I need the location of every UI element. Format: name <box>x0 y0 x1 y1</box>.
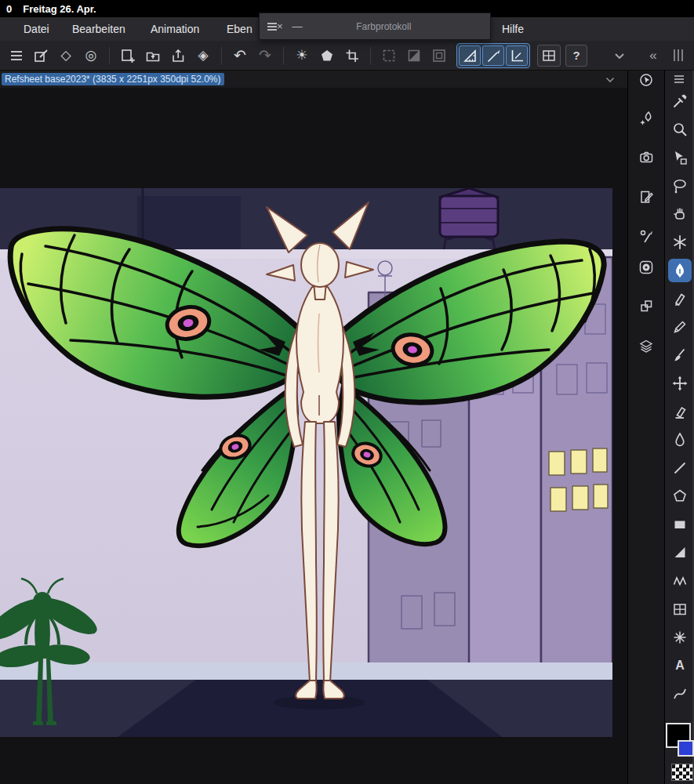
decoration-tool[interactable] <box>668 230 692 254</box>
pen-sparkle-icon <box>638 110 656 127</box>
grid-button[interactable] <box>537 45 561 67</box>
snap-spiral-button[interactable]: ◎ <box>81 45 101 66</box>
eraser-tool[interactable] <box>668 400 692 423</box>
camera-icon <box>638 149 656 166</box>
disc-icon <box>638 260 656 277</box>
ruler-pen-button[interactable] <box>482 45 504 66</box>
redo-button[interactable]: ↷ <box>255 45 275 66</box>
transform-button[interactable]: ◈ <box>193 45 213 66</box>
document-list-button[interactable] <box>604 74 616 89</box>
memo-pen-button[interactable] <box>638 189 656 206</box>
pencil-tool[interactable] <box>668 315 692 339</box>
disc-button[interactable] <box>638 260 656 277</box>
toolbar-separator <box>109 47 110 64</box>
text-tool-icon: A <box>671 657 689 674</box>
frame-tool[interactable] <box>668 597 692 621</box>
camera-button[interactable] <box>638 149 656 166</box>
water-drop-icon <box>671 431 689 448</box>
status-clock: 0 <box>6 3 12 15</box>
zigzag-icon <box>671 572 689 590</box>
tool-panel-menu-icon[interactable] <box>674 74 684 85</box>
selection-launcher-icon <box>638 72 656 89</box>
squiggle-tool[interactable] <box>668 569 692 593</box>
character-shadow <box>274 695 365 710</box>
crop-icon <box>344 48 360 64</box>
grid-icon <box>541 48 557 64</box>
line-tool[interactable] <box>668 456 692 480</box>
hand-tool[interactable] <box>668 202 692 226</box>
pen-circle-button[interactable] <box>638 228 656 245</box>
toolbar-menu-button[interactable] <box>5 45 26 66</box>
help-button[interactable]: ? <box>565 45 587 67</box>
rectangle-icon <box>671 516 689 533</box>
eyedropper-icon <box>671 93 689 110</box>
edit-button[interactable] <box>31 45 51 66</box>
pencil-icon <box>671 318 689 336</box>
rectangle-tool[interactable] <box>668 513 692 536</box>
marker-tool[interactable] <box>668 287 692 310</box>
sub-color-swatch[interactable] <box>678 740 694 757</box>
filter-button[interactable]: ☀ <box>292 45 312 66</box>
frame-square-icon <box>431 48 447 64</box>
toolbar-collapse-button[interactable] <box>609 45 630 66</box>
transparent-color-swatch[interactable] <box>671 764 693 781</box>
import-button[interactable] <box>143 45 163 66</box>
chevron-down-icon <box>604 74 616 86</box>
lasso-icon <box>671 177 689 194</box>
panel-handle-icon[interactable] <box>674 49 683 61</box>
pen-tool[interactable] <box>668 259 692 282</box>
ruler-angle-button[interactable] <box>506 45 528 66</box>
crop-button[interactable] <box>342 45 362 66</box>
operation-tool[interactable] <box>668 146 692 169</box>
undo-button[interactable]: ↶ <box>230 45 250 66</box>
folder-import-icon <box>145 48 161 64</box>
move-tool[interactable] <box>668 372 692 395</box>
magnifier-icon <box>671 121 689 138</box>
menu-item-hilfe[interactable]: Hilfe <box>502 23 524 35</box>
lasso-tool[interactable] <box>668 174 692 198</box>
object-cursor-icon <box>671 149 689 166</box>
blend-disabled-button[interactable] <box>404 45 424 66</box>
canvas-area[interactable] <box>0 88 627 784</box>
export-button[interactable] <box>168 45 188 66</box>
floating-panel-farbprotokoll[interactable]: × — Farbprotokoll <box>259 13 491 40</box>
gradient-button[interactable] <box>317 45 337 66</box>
blend-tool[interactable] <box>668 428 692 452</box>
move-icon <box>671 375 689 392</box>
text-tool[interactable]: A <box>668 654 692 677</box>
polygon-tool[interactable] <box>668 541 692 564</box>
layers-button[interactable] <box>638 338 656 355</box>
menu-item-bearbeiten[interactable]: Bearbeiten <box>72 23 125 35</box>
asterisk-icon <box>671 234 689 251</box>
brush-tool[interactable] <box>668 343 692 367</box>
selection-disabled-button[interactable] <box>379 45 399 66</box>
half-square-icon <box>406 48 422 64</box>
panel-menu-icon[interactable] <box>267 21 277 32</box>
zoom-tool[interactable] <box>668 118 692 141</box>
memo-pen-icon <box>638 189 656 206</box>
curve-tool[interactable] <box>668 682 692 706</box>
eyedropper-tool[interactable] <box>668 89 692 113</box>
pen-sparkle-button[interactable] <box>638 110 656 127</box>
status-date: Freitag 26. Apr. <box>23 3 96 15</box>
document-tab[interactable]: Refsheet base2023* (3835 x 2251px 350dpi… <box>2 73 224 85</box>
canvas-artwork[interactable] <box>0 188 612 737</box>
collapse-left-button[interactable]: « <box>643 45 663 66</box>
cube-stack-button[interactable] <box>638 298 656 315</box>
ruler-button[interactable] <box>459 45 481 66</box>
menu-item-datei[interactable]: Datei <box>24 23 49 35</box>
starburst-tool[interactable] <box>668 626 692 649</box>
new-canvas-button[interactable] <box>118 45 138 66</box>
layers-icon <box>638 338 656 355</box>
figure-tool[interactable] <box>668 485 692 508</box>
svg-text:A: A <box>675 659 685 672</box>
panel-close-icon[interactable]: × <box>277 20 283 32</box>
frame-disabled-button[interactable] <box>429 45 449 66</box>
line-icon <box>671 459 689 477</box>
diamond-shape-button[interactable]: ◇ <box>56 45 76 66</box>
menu-item-animation[interactable]: Animation <box>151 23 199 35</box>
menu-item-ebene[interactable]: Eben <box>227 23 253 35</box>
gradient-icon <box>319 48 335 64</box>
panel-minimize-icon[interactable]: — <box>292 20 303 32</box>
selection-launcher-button[interactable] <box>638 72 656 89</box>
